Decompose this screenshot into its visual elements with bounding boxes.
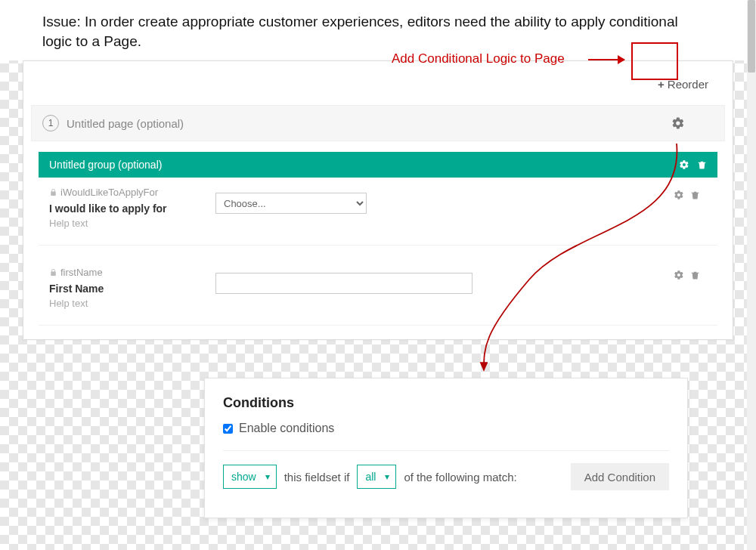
field-settings-button[interactable] [674, 190, 684, 200]
reorder-button[interactable]: +Reorder [658, 78, 708, 91]
condition-action-select[interactable]: show [223, 465, 277, 489]
field-delete-button[interactable] [690, 190, 700, 200]
divider [223, 450, 669, 451]
apply-for-select[interactable]: Choose... [215, 193, 367, 214]
add-condition-button[interactable]: Add Condition [571, 463, 669, 490]
condition-match-select[interactable]: all [357, 465, 396, 489]
reorder-label: Reorder [668, 78, 708, 91]
page-settings-button[interactable] [668, 113, 689, 134]
page-number-badge: 1 [42, 115, 59, 131]
enable-conditions-checkbox[interactable] [223, 424, 233, 434]
enable-conditions-label: Enable conditions [239, 422, 334, 435]
annotation-label: Add Conditional Logic to Page [392, 51, 565, 66]
field-id: firstName [49, 267, 200, 278]
group-header-bar[interactable]: Untitled group (optional) [39, 152, 717, 178]
condition-mid-text: this fieldset if [284, 471, 350, 484]
field-id: iWouldLikeToApplyFor [49, 187, 200, 198]
group-title: Untitled group (optional) [49, 159, 162, 171]
field-settings-button[interactable] [674, 270, 684, 280]
conditions-title: Conditions [223, 395, 669, 411]
field-row: iWouldLikeToApplyFor I would like to app… [39, 178, 717, 246]
lock-icon [49, 188, 57, 196]
field-delete-button[interactable] [690, 270, 700, 280]
first-name-input[interactable] [215, 273, 472, 294]
page-title: Untitled page (optional) [67, 117, 184, 130]
field-label: First Name [49, 283, 200, 295]
field-help: Help text [49, 298, 200, 309]
field-help: Help text [49, 218, 200, 229]
group-settings-button[interactable] [679, 159, 689, 170]
annotation-arrow-right [588, 59, 624, 60]
enable-conditions-toggle[interactable]: Enable conditions [223, 422, 669, 435]
issue-description: Issue: In order create appropriate custo… [42, 12, 696, 51]
condition-tail-text: of the following match: [404, 471, 516, 484]
scrollbar-thumb[interactable] [748, 0, 755, 73]
group-delete-button[interactable] [697, 159, 707, 170]
gear-icon [671, 116, 685, 130]
field-label: I would like to apply for [49, 202, 200, 215]
field-row: firstName First Name Help text [39, 258, 717, 326]
conditions-panel: Conditions Enable conditions show this f… [204, 378, 688, 518]
form-editor-card: +Reorder 1 Untitled page (optional) Unti… [23, 60, 733, 340]
plus-icon: + [658, 78, 665, 91]
vertical-scrollbar[interactable] [747, 0, 756, 550]
lock-icon [49, 268, 57, 277]
page-header-bar[interactable]: 1 Untitled page (optional) [31, 105, 725, 141]
